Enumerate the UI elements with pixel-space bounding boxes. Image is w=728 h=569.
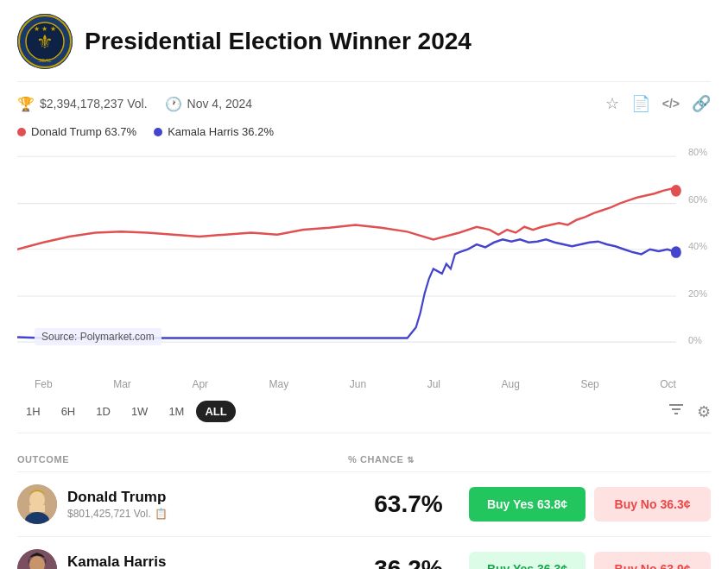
source-label: Source: Polymarket.com [35,328,161,345]
time-btn-1d[interactable]: 1D [87,401,119,422]
trump-buy-yes-button[interactable]: Buy Yes 63.8¢ [469,487,586,522]
trump-avatar [17,484,57,524]
chance-col-header: % CHANCE ⇅ [348,454,469,465]
stats-row: 🏆 $2,394,178,237 Vol. 🕐 Nov 4, 2024 ☆ 📄 … [17,94,711,113]
time-btn-1w[interactable]: 1W [123,401,157,422]
clock-icon: 🕐 [165,96,182,112]
time-button-group: 1H 6H 1D 1W 1M ALL [17,401,236,422]
svg-text:SEAL: SEAL [38,58,52,63]
time-btn-6h[interactable]: 6H [53,401,85,422]
harris-legend-dot [154,128,162,136]
trophy-icon: 🏆 [17,96,35,112]
copy-icon[interactable]: 📋 [155,508,168,520]
time-controls: 1H 6H 1D 1W 1M ALL ⚙ [17,401,711,433]
x-label-jun: Jun [350,378,366,390]
x-label-sep: Sep [580,378,598,390]
y-label-20: 20% [688,288,707,299]
y-label-0: 0% [688,335,707,345]
trump-info: Donald Trump $801,425,721 Vol. 📋 [17,484,348,524]
link-button[interactable]: 🔗 [692,94,711,113]
harris-details: Kamala Harris $511,759,026 Vol. 📋 [67,553,168,569]
trump-details: Donald Trump $801,425,721 Vol. 📋 [67,489,168,520]
y-axis: 80% 60% 40% 20% 0% [688,147,707,345]
outcome-row-trump: Donald Trump $801,425,721 Vol. 📋 63.7% B… [17,472,711,537]
svg-point-11 [671,185,681,197]
svg-rect-19 [29,505,45,512]
harris-buy-yes-button[interactable]: Buy Yes 36.3¢ [469,552,586,569]
settings-icon[interactable]: ⚙ [697,402,711,421]
outcome-row-harris: Kamala Harris $511,759,026 Vol. 📋 36.2% … [17,537,711,569]
trump-actions: Buy Yes 63.8¢ Buy No 36.3¢ [469,487,711,522]
y-label-60: 60% [688,194,707,205]
trump-legend-dot [17,128,26,136]
trump-buy-no-button[interactable]: Buy No 36.3¢ [594,487,711,522]
trump-chance: 63.7% [348,490,469,518]
x-label-apr: Apr [192,378,208,390]
page-title: Presidential Election Winner 2024 [85,28,472,55]
x-label-feb: Feb [35,378,53,390]
trump-name: Donald Trump [67,489,168,506]
star-button[interactable]: ☆ [605,94,619,113]
sort-icon[interactable]: ⇅ [407,455,415,465]
doc-button[interactable]: 📄 [631,94,650,113]
harris-buy-no-button[interactable]: Buy No 63.9¢ [594,552,711,569]
y-label-80: 80% [688,147,707,157]
svg-text:★ ★ ★: ★ ★ ★ [34,25,55,33]
volume-stat: 🏆 $2,394,178,237 Vol. [17,96,148,112]
x-axis: Feb Mar Apr May Jun Jul Aug Sep Oct [17,378,711,390]
code-button[interactable]: </> [662,97,680,111]
x-label-jul: Jul [427,378,440,390]
outcomes-table-header: OUTCOME % CHANCE ⇅ [17,447,711,472]
x-label-mar: Mar [113,378,131,390]
time-btn-all[interactable]: ALL [196,401,235,422]
time-btn-1h[interactable]: 1H [17,401,49,422]
date-stat: 🕐 Nov 4, 2024 [165,96,253,112]
page-header: ⚜ ★ ★ ★ SEAL Presidential Election Winne… [17,14,711,82]
filter-icon[interactable] [668,401,685,422]
trump-legend: Donald Trump 63.7% [17,125,136,138]
harris-avatar [17,549,57,569]
x-label-may: May [269,378,289,390]
trump-volume: $801,425,721 Vol. 📋 [67,508,168,520]
harris-actions: Buy Yes 36.3¢ Buy No 63.9¢ [469,552,711,569]
svg-text:⚜: ⚜ [36,31,54,53]
price-chart: 80% 60% 40% 20% 0% Source: Polymarket.co… [17,147,711,371]
svg-point-12 [671,246,681,258]
harris-info: Kamala Harris $511,759,026 Vol. 📋 [17,549,348,569]
chart-legend: Donald Trump 63.7% Kamala Harris 36.2% [17,125,711,138]
x-label-oct: Oct [660,378,676,390]
outcome-col-header: OUTCOME [17,454,348,465]
harris-chance: 36.2% [348,555,469,569]
y-label-40: 40% [688,241,707,251]
harris-legend: Kamala Harris 36.2% [154,125,274,138]
harris-name: Kamala Harris [67,553,168,569]
presidential-seal: ⚜ ★ ★ ★ SEAL [17,14,73,69]
x-label-aug: Aug [502,378,520,390]
time-btn-1m[interactable]: 1M [160,401,193,422]
